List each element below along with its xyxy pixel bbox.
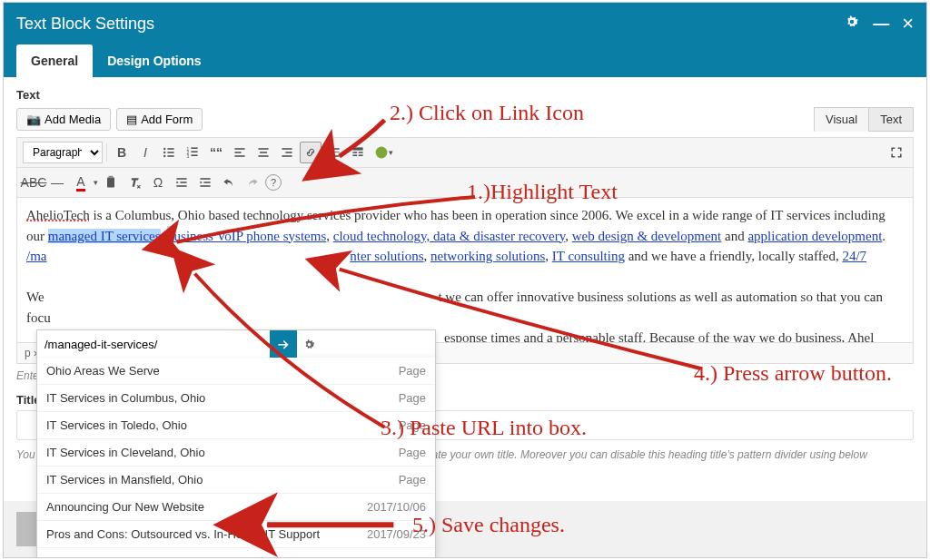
clear-formatting-button[interactable] xyxy=(124,172,145,193)
link-settings-button[interactable] xyxy=(297,330,321,358)
tab-general[interactable]: General xyxy=(16,44,93,77)
svg-rect-9 xyxy=(191,151,197,152)
link-cloud[interactable]: cloud technology, data & disaster recove… xyxy=(333,229,565,243)
align-left-button[interactable] xyxy=(229,142,251,163)
add-media-button[interactable]: 📷Add Media xyxy=(16,108,111,131)
link-item[interactable]: IT Services in Mansfield, OhioPage xyxy=(37,467,435,494)
modal-title: Text Block Settings xyxy=(16,15,154,34)
link-url-input[interactable] xyxy=(37,332,270,357)
svg-rect-5 xyxy=(167,155,173,157)
link-popup: Ohio Areas We ServePage IT Services in C… xyxy=(36,329,436,558)
link-item[interactable]: Ohio Areas We ServePage xyxy=(37,358,435,385)
format-select[interactable]: Paragraph xyxy=(23,142,103,163)
close-icon[interactable]: × xyxy=(902,12,914,35)
link-appdev[interactable]: application development xyxy=(747,229,882,243)
svg-rect-28 xyxy=(359,154,363,156)
link-webdesign[interactable]: web design & development xyxy=(572,229,722,243)
editor-toolbar-row2: ABC — A ▾ Ω ? xyxy=(16,168,914,198)
settings-tabs: General Design Options xyxy=(4,44,926,77)
svg-rect-34 xyxy=(176,185,186,187)
special-char-button[interactable]: Ω xyxy=(147,172,169,193)
help-button[interactable]: ? xyxy=(265,174,282,191)
bullet-list-button[interactable] xyxy=(158,142,180,163)
svg-rect-12 xyxy=(234,148,244,150)
svg-rect-19 xyxy=(285,152,292,153)
strikethrough-button[interactable]: ABC xyxy=(23,172,45,193)
svg-point-0 xyxy=(163,148,165,150)
tab-text[interactable]: Text xyxy=(868,107,914,132)
indent-button[interactable] xyxy=(194,172,216,193)
link-item[interactable]: IT Services in Cleveland, OhioPage xyxy=(37,439,435,467)
svg-rect-31 xyxy=(109,176,114,178)
svg-rect-33 xyxy=(180,182,186,183)
svg-rect-18 xyxy=(282,148,292,150)
svg-rect-23 xyxy=(329,155,339,157)
link-suggestions: Ohio Areas We ServePage IT Services in C… xyxy=(36,358,436,558)
tab-visual[interactable]: Visual xyxy=(814,107,868,132)
editor-content[interactable]: AhelioTech is a Columbus, Ohio based tec… xyxy=(16,198,914,343)
minimize-icon[interactable]: — xyxy=(873,15,889,34)
svg-point-4 xyxy=(163,155,165,157)
link-item[interactable]: IT Services in Toledo, OhioPage xyxy=(37,412,435,439)
svg-rect-21 xyxy=(329,148,339,150)
svg-rect-25 xyxy=(352,152,357,153)
fullscreen-button[interactable] xyxy=(885,142,907,163)
tab-design-options[interactable]: Design Options xyxy=(93,44,215,77)
link-voip[interactable]: usiness VoIP phone systems xyxy=(174,229,327,243)
redo-button[interactable] xyxy=(242,172,263,193)
editor-mode-tabs: Visual Text xyxy=(814,107,914,132)
hr-button[interactable]: — xyxy=(46,172,68,193)
media-row: 📷Add Media ▤Add Form Visual Text xyxy=(16,107,914,132)
toolbar-toggle-button[interactable] xyxy=(347,142,369,163)
outdent-button[interactable] xyxy=(171,172,193,193)
svg-rect-16 xyxy=(260,152,267,153)
text-color-button[interactable]: A xyxy=(70,172,92,193)
link-networking[interactable]: networking solutions xyxy=(430,249,545,263)
link-item[interactable]: IT Services in Columbus, OhioPage xyxy=(37,385,435,412)
form-icon: ▤ xyxy=(126,113,137,126)
align-center-button[interactable] xyxy=(252,142,274,163)
svg-rect-20 xyxy=(282,155,292,157)
blockquote-button[interactable]: ““ xyxy=(205,142,227,163)
link-button[interactable] xyxy=(300,142,322,163)
svg-rect-26 xyxy=(359,152,363,153)
link-partial[interactable]: /ma xyxy=(26,249,47,263)
editor-toolbar-row1: Paragraph B I 123 ““ ▾ xyxy=(16,137,914,168)
text-span: AhelioTech xyxy=(26,208,90,222)
svg-rect-22 xyxy=(329,152,339,152)
paste-text-button[interactable] xyxy=(100,172,122,193)
svg-rect-11 xyxy=(191,154,197,156)
undo-button[interactable] xyxy=(218,172,240,193)
svg-rect-24 xyxy=(352,147,362,150)
number-list-button[interactable]: 123 xyxy=(182,142,203,163)
italic-button[interactable]: I xyxy=(134,142,156,163)
svg-rect-36 xyxy=(203,182,210,183)
svg-rect-7 xyxy=(191,147,197,149)
text-block-settings-modal: Text Block Settings — × General Design O… xyxy=(3,2,927,558)
link-consulting[interactable]: IT consulting xyxy=(552,249,625,263)
link-item[interactable]: Linux Consulting & Support Services Colu… xyxy=(37,548,435,558)
svg-rect-15 xyxy=(258,148,268,150)
modal-header: Text Block Settings — × xyxy=(4,3,926,44)
link-247[interactable]: 24/7 xyxy=(842,249,866,263)
svg-rect-14 xyxy=(234,155,244,157)
svg-rect-30 xyxy=(107,177,114,187)
text-label: Text xyxy=(16,88,914,102)
link-item[interactable]: Pros and Cons: Outsourced vs. In-House I… xyxy=(37,521,435,548)
svg-rect-35 xyxy=(200,178,210,180)
svg-rect-13 xyxy=(234,152,241,153)
svg-rect-17 xyxy=(258,155,268,157)
link-managed-it[interactable]: managed IT services xyxy=(48,229,161,243)
window-controls: — × xyxy=(844,12,914,35)
svg-point-2 xyxy=(163,152,165,153)
read-more-button[interactable] xyxy=(323,142,345,163)
align-right-button[interactable] xyxy=(276,142,298,163)
svg-rect-1 xyxy=(167,148,173,150)
link-item[interactable]: Announcing Our New Website2017/10/06 xyxy=(37,494,435,521)
svg-rect-27 xyxy=(352,154,357,156)
bold-button[interactable]: B xyxy=(111,142,133,163)
add-form-button[interactable]: ▤Add Form xyxy=(116,108,203,131)
gear-icon[interactable] xyxy=(844,14,860,34)
link-apply-button[interactable] xyxy=(270,330,297,358)
svg-rect-3 xyxy=(167,152,173,153)
